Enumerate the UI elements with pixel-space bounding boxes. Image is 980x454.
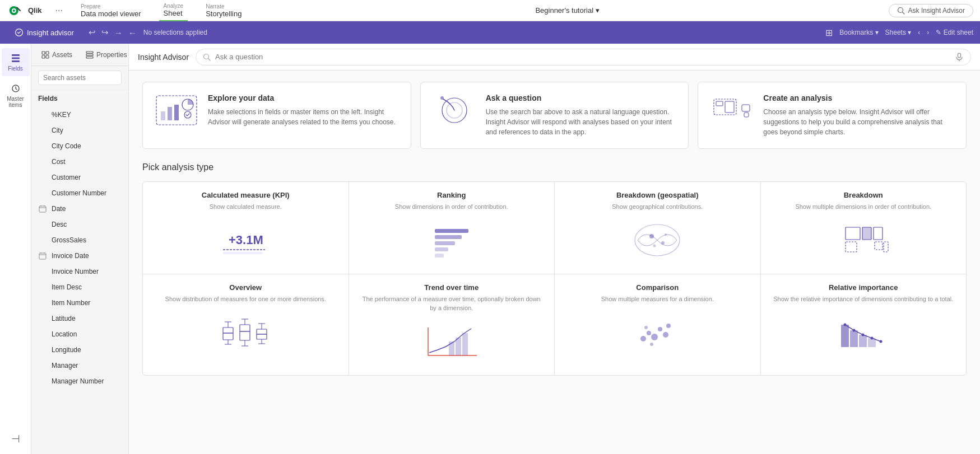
prepare-section[interactable]: Prepare Data model viewer	[76, 0, 146, 21]
field-item-invoice-number[interactable]: Invoice Number	[31, 264, 128, 279]
more-options-icon[interactable]: ···	[55, 6, 63, 16]
field-item-item-number[interactable]: Item Number	[31, 295, 128, 311]
create-analysis-card[interactable]: Create an analysis Choose an analysis ty…	[698, 82, 967, 149]
prev-sheet-icon[interactable]: ‹	[918, 29, 920, 36]
svg-rect-61	[875, 242, 883, 250]
field-item-manager-number[interactable]: Manager Number	[31, 373, 128, 389]
redo-icon[interactable]: ↪	[101, 27, 109, 38]
field-item-manager[interactable]: Manager	[31, 358, 128, 373]
fields-section-title: Fields	[38, 95, 122, 102]
analysis-card-comparison[interactable]: Comparison Show multiple measures for a …	[555, 274, 760, 375]
kpi-preview: +3.1M	[154, 218, 337, 263]
geospatial-preview	[566, 218, 749, 263]
field-name: Manager	[52, 362, 78, 369]
svg-rect-28	[958, 53, 961, 58]
toolbar-icons: ↩ ↪ → ←	[89, 27, 137, 38]
app-title-container[interactable]: Beginner's tutorial ▾	[259, 6, 875, 15]
analysis-card-breakdown[interactable]: Breakdown Show multiple dimensions in or…	[761, 182, 967, 274]
ia-search-bar[interactable]	[196, 49, 971, 65]
ask-question-content: Ask a question Use the search bar above …	[486, 93, 677, 137]
field-dot-icon	[38, 267, 47, 276]
svg-rect-8	[12, 58, 20, 59]
field-item-city[interactable]: City	[31, 123, 128, 138]
field-item-desc[interactable]: Desc	[31, 217, 128, 232]
qlik-logo[interactable]: Qlik	[7, 5, 42, 16]
microphone-icon[interactable]	[955, 53, 964, 62]
create-analysis-desc: Choose an analysis type below. Insight A…	[763, 107, 955, 137]
next-sheet-icon[interactable]: ›	[927, 29, 929, 36]
ia-search-input[interactable]	[215, 53, 950, 61]
properties-tab[interactable]: Properties	[80, 48, 129, 62]
relative-title: Relative importance	[772, 283, 955, 292]
svg-rect-11	[42, 52, 45, 54]
field-dot-icon	[38, 283, 47, 292]
ask-question-card[interactable]: Ask a question Use the search bar above …	[420, 82, 689, 149]
svg-rect-48	[435, 235, 462, 239]
analyze-section[interactable]: Analyze Sheet	[159, 0, 188, 21]
kpi-desc: Show calculated measure.	[154, 203, 337, 211]
field-item-%key[interactable]: %KEY	[31, 107, 128, 123]
undo-icon[interactable]: ↩	[89, 27, 96, 38]
svg-rect-40	[716, 101, 723, 106]
svg-rect-12	[46, 52, 49, 54]
kpi-title: Calculated measure (KPI)	[154, 191, 337, 199]
analysis-card-geospatial[interactable]: Breakdown (geospatial) Show geographical…	[555, 182, 760, 274]
field-item-latitude[interactable]: Latitude	[31, 311, 128, 326]
analysis-card-kpi[interactable]: Calculated measure (KPI) Show calculated…	[143, 182, 349, 274]
narrate-name: Storytelling	[206, 10, 241, 18]
svg-rect-83	[449, 341, 454, 355]
svg-point-55	[653, 245, 656, 247]
grid-view-icon[interactable]: ⊞	[825, 27, 833, 38]
sidebar-item-master-items[interactable]: Master items	[2, 78, 30, 113]
explore-data-card[interactable]: Explore your data Make selections in fie…	[142, 82, 411, 149]
analysis-card-trend[interactable]: Trend over time The performance of a mea…	[349, 274, 555, 375]
field-item-longitude[interactable]: Longitude	[31, 342, 128, 358]
svg-point-89	[658, 327, 662, 331]
forward-icon[interactable]: →	[114, 28, 123, 38]
field-item-cost[interactable]: Cost	[31, 154, 128, 170]
analysis-card-relative[interactable]: Relative importance Show the relative im…	[761, 274, 967, 375]
insight-advisor-tab[interactable]: Insight advisor	[7, 21, 82, 44]
sidebar-item-fields[interactable]: Fields	[2, 48, 30, 76]
geospatial-desc: Show geographical contributions.	[566, 203, 749, 211]
bookmarks-button[interactable]: Bookmarks ▾	[839, 29, 878, 36]
overview-desc: Show distribution of measures for one or…	[154, 295, 337, 303]
icon-sidebar: Fields Master items ⊣	[0, 44, 31, 454]
svg-rect-16	[86, 54, 93, 55]
field-item-invoice-date[interactable]: Invoice Date	[31, 248, 128, 264]
field-item-date[interactable]: Date	[31, 201, 128, 217]
narrate-section[interactable]: Narrate Storytelling	[201, 0, 246, 21]
field-name: Latitude	[52, 315, 76, 322]
edit-sheet-button[interactable]: ✎ Edit sheet	[936, 29, 973, 36]
info-cards-row: Explore your data Make selections in fie…	[142, 82, 967, 149]
field-name: Customer	[52, 174, 81, 181]
assets-tab[interactable]: Assets	[36, 48, 78, 62]
svg-line-5	[902, 12, 904, 14]
field-item-location[interactable]: Location	[31, 326, 128, 342]
field-item-grosssales[interactable]: GrossSales	[31, 232, 128, 248]
svg-rect-22	[39, 253, 46, 259]
field-item-item-desc[interactable]: Item Desc	[31, 279, 128, 295]
analysis-card-ranking[interactable]: Ranking Show dimensions in order of cont…	[349, 182, 555, 274]
sheets-button[interactable]: Sheets ▾	[885, 29, 912, 36]
svg-rect-32	[168, 107, 172, 120]
ask-question-desc: Use the search bar above to ask a natura…	[486, 107, 677, 137]
analysis-card-overview[interactable]: Overview Show distribution of measures f…	[143, 274, 349, 375]
field-item-city-code[interactable]: City Code	[31, 138, 128, 154]
svg-point-87	[647, 331, 651, 335]
search-assets-input[interactable]	[38, 71, 122, 85]
prepare-name: Data model viewer	[81, 10, 141, 18]
svg-rect-96	[859, 335, 867, 347]
master-items-icon	[10, 83, 21, 94]
svg-point-93	[644, 326, 648, 329]
back-icon[interactable]: ←	[128, 28, 137, 38]
assets-tab-icon	[41, 51, 49, 59]
explore-data-title: Explore your data	[208, 93, 400, 102]
field-item-customer-number[interactable]: Customer Number	[31, 185, 128, 201]
breakdown-title: Breakdown	[772, 191, 955, 199]
breakdown-desc: Show multiple dimensions in order of con…	[772, 203, 955, 211]
field-item-customer[interactable]: Customer	[31, 170, 128, 185]
prepare-label: Prepare	[81, 3, 141, 10]
pin-icon[interactable]: ⊣	[7, 428, 25, 450]
ask-insight-advisor-button[interactable]: Ask Insight Advisor	[889, 4, 973, 17]
